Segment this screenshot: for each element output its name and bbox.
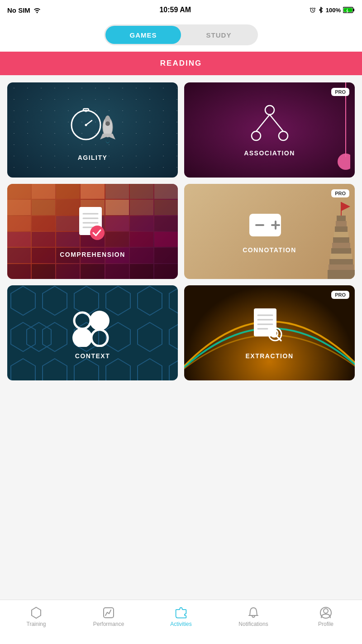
games-tab[interactable]: GAMES [105, 26, 181, 44]
svg-rect-35 [329, 259, 353, 264]
svg-line-16 [270, 115, 283, 131]
study-tab[interactable]: STUDY [181, 26, 257, 44]
toggle-bar: GAMES STUDY [0, 20, 362, 52]
svg-rect-2 [353, 9, 355, 11]
wifi-icon [33, 7, 41, 13]
svg-rect-37 [328, 270, 355, 279]
nav-notifications[interactable]: Notifications [217, 605, 290, 627]
agility-icon [61, 99, 124, 149]
extraction-label: EXTRACTION [246, 352, 294, 360]
nav-profile[interactable]: Profile [290, 605, 362, 627]
association-icon [243, 103, 297, 144]
profile-icon [319, 606, 332, 619]
connotation-label: CONNOTATION [243, 246, 296, 254]
svg-point-24 [90, 226, 105, 240]
context-icon [68, 306, 118, 347]
comprehension-label: COMPREHENSION [60, 251, 125, 258]
battery-label: 100% [326, 7, 341, 14]
svg-point-13 [338, 154, 350, 170]
status-right: 100% [310, 7, 355, 14]
svg-point-47 [72, 328, 92, 347]
alarm-icon [310, 7, 316, 13]
bottom-nav: Training Performance Activities [0, 600, 362, 644]
nav-performance-label: Performance [93, 621, 124, 627]
extraction-pro-badge: PRO [331, 291, 349, 299]
category-header: READING [0, 52, 362, 75]
context-label: CONTEXT [75, 352, 110, 360]
nav-activities-label: Activities [170, 621, 191, 627]
status-time: 10:59 AM [159, 6, 191, 14]
nav-profile-label: Profile [318, 621, 333, 627]
extraction-card[interactable]: PRO EXTRACTION [184, 285, 355, 380]
svg-rect-34 [330, 254, 352, 259]
notifications-icon [247, 606, 260, 619]
nav-training-label: Training [27, 621, 46, 627]
svg-rect-28 [336, 221, 347, 226]
activities-icon [175, 606, 187, 619]
connotation-pro-badge: PRO [331, 189, 349, 197]
svg-rect-49 [254, 308, 276, 336]
svg-point-11 [105, 121, 110, 126]
svg-rect-31 [333, 237, 349, 243]
svg-rect-36 [329, 264, 354, 270]
nav-performance[interactable]: Performance [72, 605, 145, 627]
svg-rect-33 [331, 248, 351, 254]
context-card[interactable]: CONTEXT [7, 285, 178, 380]
extraction-icon [249, 306, 290, 347]
svg-point-14 [265, 106, 274, 115]
svg-line-15 [256, 115, 270, 131]
status-left: No SIM [7, 6, 41, 14]
svg-rect-30 [334, 232, 348, 237]
nav-activities[interactable]: Activities [145, 605, 217, 627]
svg-point-17 [252, 131, 261, 140]
svg-point-45 [74, 312, 90, 329]
association-pro-badge: PRO [331, 88, 349, 96]
battery-icon [343, 7, 355, 13]
svg-point-18 [279, 131, 288, 140]
training-icon [30, 606, 43, 619]
svg-point-48 [91, 330, 108, 346]
nav-training[interactable]: Training [0, 605, 72, 627]
comprehension-icon [72, 205, 113, 245]
bluetooth-icon [318, 7, 324, 13]
agility-label: AGILITY [78, 154, 108, 161]
svg-point-60 [324, 609, 328, 613]
association-label: ASSOCIATION [244, 149, 295, 157]
carrier-label: No SIM [7, 6, 30, 14]
status-bar: No SIM 10:59 AM 100% [0, 0, 362, 20]
svg-marker-57 [32, 607, 41, 618]
connotation-icon [247, 209, 292, 241]
svg-marker-26 [341, 202, 350, 211]
svg-point-8 [85, 124, 87, 126]
toggle-container: GAMES STUDY [104, 24, 258, 45]
performance-icon [102, 606, 115, 619]
comprehension-card[interactable]: COMPREHENSION [7, 184, 178, 279]
svg-rect-29 [335, 226, 348, 232]
association-card[interactable]: PRO ASSOCIATION [184, 82, 355, 178]
svg-point-46 [90, 311, 110, 331]
connotation-card[interactable]: PRO [184, 184, 355, 279]
svg-rect-27 [337, 216, 346, 221]
agility-card[interactable]: AGILITY [7, 82, 178, 178]
games-grid: AGILITY PRO [0, 75, 362, 388]
nav-notifications-label: Notifications [238, 621, 268, 627]
category-label: READING [160, 59, 202, 67]
svg-rect-32 [332, 243, 350, 248]
